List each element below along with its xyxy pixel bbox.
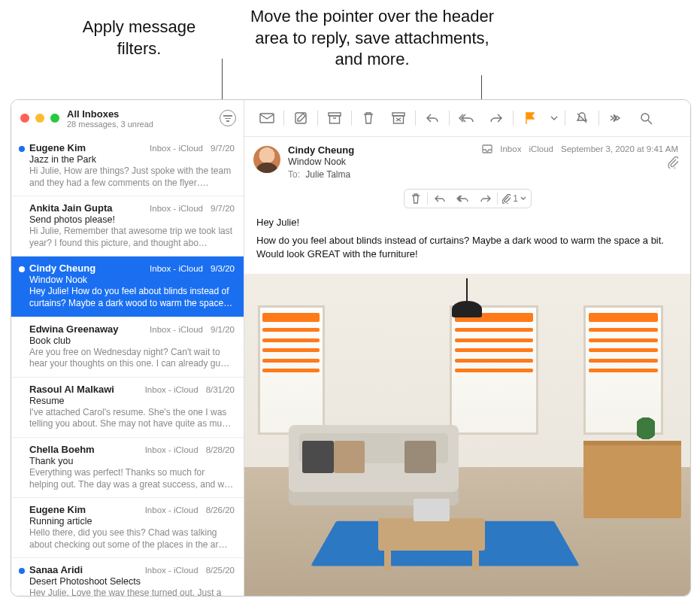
msg-date: 8/28/20 — [206, 445, 235, 454]
msg-date: 8/31/20 — [206, 385, 235, 394]
hover-reply-all-button[interactable] — [451, 190, 474, 208]
hover-forward-button[interactable] — [474, 190, 498, 208]
header-hover-toolbar: 1 — [404, 189, 532, 208]
reply-button[interactable] — [417, 105, 447, 131]
sidebar-header: All Inboxes 28 messages, 3 unread — [11, 100, 244, 136]
msg-sender: Sanaa Aridi — [29, 564, 83, 575]
minimize-window-button[interactable] — [35, 114, 44, 123]
svg-rect-0 — [260, 114, 274, 123]
filter-button[interactable] — [220, 110, 236, 126]
message-row[interactable]: Chella BoehmInbox - iCloud8/28/20Thank y… — [11, 438, 244, 498]
msg-date: 9/3/20 — [211, 264, 235, 273]
svg-rect-3 — [330, 116, 340, 123]
msg-preview: I've attached Carol's resume. She's the … — [29, 407, 235, 430]
annotation-hover: Move the pointer over the header area to… — [248, 6, 496, 71]
mail-window: All Inboxes 28 messages, 3 unread Eugene… — [11, 99, 691, 596]
delete-button[interactable] — [353, 105, 383, 131]
message-list: Eugene KimInbox - iCloud9/7/20Jazz in th… — [11, 136, 244, 596]
msg-sender: Chella Boehm — [29, 444, 95, 455]
msg-mailbox: Inbox - iCloud — [145, 385, 198, 394]
mute-button[interactable] — [567, 105, 597, 131]
msg-mailbox: Inbox - iCloud — [145, 505, 198, 514]
msg-sender: Ankita Jain Gupta — [29, 202, 113, 214]
junk-button[interactable] — [383, 105, 414, 131]
hover-attachment-count: 1 — [513, 193, 518, 204]
msg-date: 9/1/20 — [211, 325, 235, 334]
attachment-image[interactable] — [244, 274, 690, 596]
svg-point-6 — [641, 114, 649, 121]
forward-button[interactable] — [481, 105, 511, 131]
msg-sender: Eugene Kim — [29, 504, 86, 515]
mailbox-title: All Inboxes — [67, 108, 220, 120]
msg-preview: Hello there, did you see this? Chad was … — [29, 527, 235, 551]
msg-subject: Resume — [29, 396, 235, 406]
msg-preview: Hi Julie, How are things? Just spoke wit… — [29, 165, 235, 189]
header-subject: Window Nook — [288, 156, 678, 167]
message-row[interactable]: Ankita Jain GuptaInbox - iCloud9/7/20Sen… — [11, 196, 244, 256]
hover-delete-button[interactable] — [405, 190, 428, 208]
flag-menu-button[interactable] — [545, 105, 563, 131]
archive-button[interactable] — [320, 105, 350, 131]
header-to-label: To: — [288, 169, 300, 180]
message-row[interactable]: Edwina GreenawayInbox - iCloud9/1/20Book… — [11, 317, 244, 378]
header-mailbox-account: iCloud — [529, 144, 553, 153]
window-controls — [20, 114, 59, 123]
mailbox-subtitle: 28 messages, 3 unread — [67, 120, 220, 129]
msg-date: 9/7/20 — [211, 204, 235, 213]
hover-reply-button[interactable] — [428, 190, 451, 208]
more-toolbar-button[interactable] — [601, 105, 631, 131]
compose-button[interactable] — [286, 105, 316, 131]
attachment-icon — [668, 156, 678, 168]
msg-sender: Edwina Greenaway — [29, 323, 119, 335]
message-row[interactable]: Sanaa AridiInbox - iCloud8/25/20Desert P… — [11, 558, 244, 596]
message-row[interactable]: Eugene KimInbox - iCloud9/7/20Jazz in th… — [11, 136, 244, 196]
sidebar: All Inboxes 28 messages, 3 unread Eugene… — [11, 100, 244, 596]
flag-button[interactable] — [515, 105, 545, 131]
sender-avatar — [253, 146, 280, 173]
msg-mailbox: Inbox - iCloud — [150, 144, 203, 153]
msg-subject: Jazz in the Park — [29, 154, 235, 165]
msg-sender: Cindy Cheung — [29, 263, 95, 274]
main-pane: Cindy Cheung Window Nook To: Julie Talma… — [244, 100, 690, 596]
tray-icon — [482, 144, 492, 153]
header-date: September 3, 2020 at 9:41 AM — [561, 144, 678, 153]
header-to: To: Julie Talma — [288, 169, 678, 180]
search-button[interactable] — [631, 105, 661, 131]
header-mailbox: Inbox iCloud September 3, 2020 at 9:41 A… — [482, 144, 678, 153]
message-row[interactable]: Eugene KimInbox - iCloud8/26/20Running a… — [11, 498, 244, 558]
msg-sender: Eugene Kim — [29, 142, 86, 153]
msg-date: 8/26/20 — [206, 505, 235, 514]
msg-mailbox: Inbox - iCloud — [145, 566, 198, 575]
msg-mailbox: Inbox - iCloud — [150, 325, 203, 334]
msg-preview: Hey Julie! How do you feel about blinds … — [29, 286, 235, 309]
get-mail-button[interactable] — [252, 105, 282, 131]
body-line: How do you feel about blinds instead of … — [256, 234, 678, 261]
hover-attachments-button[interactable]: 1 — [498, 190, 530, 208]
fullscreen-window-button[interactable] — [50, 114, 59, 123]
msg-subject: Send photos please! — [29, 214, 235, 225]
toolbar — [244, 100, 690, 136]
msg-mailbox: Inbox - iCloud — [150, 204, 203, 213]
close-window-button[interactable] — [20, 114, 29, 123]
header-to-name: Julie Talma — [305, 169, 350, 180]
msg-subject: Running article — [29, 516, 235, 527]
body-line: Hey Julie! — [256, 216, 678, 229]
msg-subject: Window Nook — [29, 275, 235, 285]
msg-preview: Hi Julie, Remember that awesome trip we … — [29, 226, 235, 249]
msg-subject: Book club — [29, 335, 235, 346]
msg-subject: Desert Photoshoot Selects — [29, 576, 235, 587]
msg-sender: Rasoul Al Malkawi — [29, 384, 114, 395]
chevron-down-icon — [520, 196, 526, 201]
msg-preview: Hey Julie, Love the way these turned out… — [29, 587, 235, 596]
msg-date: 9/7/20 — [211, 144, 235, 153]
message-row[interactable]: Cindy CheungInbox - iCloud9/3/20Window N… — [11, 256, 244, 317]
msg-mailbox: Inbox - iCloud — [150, 264, 203, 273]
message-header: Cindy Cheung Window Nook To: Julie Talma… — [244, 136, 690, 186]
msg-preview: Are you free on Wednesday night? Can't w… — [29, 347, 235, 370]
message-body: Hey Julie! How do you feel about blinds … — [244, 213, 690, 274]
msg-subject: Thank you — [29, 456, 235, 466]
message-row[interactable]: Rasoul Al MalkawiInbox - iCloud8/31/20Re… — [11, 378, 244, 438]
msg-date: 8/25/20 — [206, 566, 235, 575]
annotation-filters: Apply message filters. — [60, 17, 218, 59]
reply-all-button[interactable] — [451, 105, 481, 131]
